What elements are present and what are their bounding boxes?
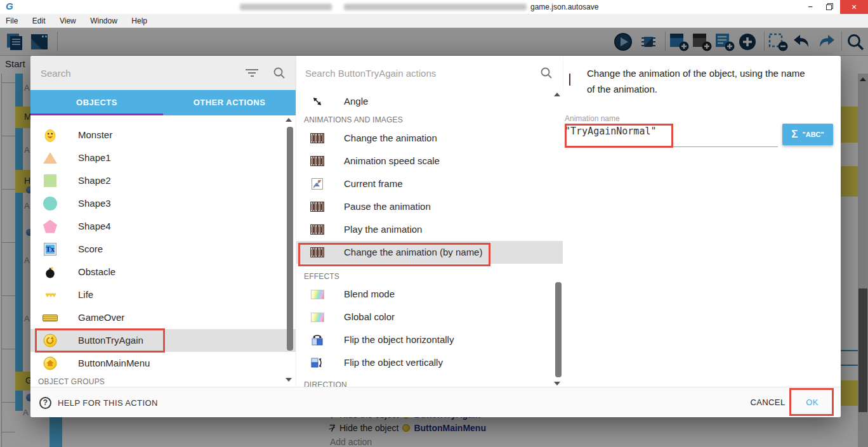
object-label: Shape1 — [78, 146, 111, 169]
list-item-obstacle[interactable]: Obstacle — [30, 261, 296, 283]
gdevelop-logo-icon: G — [6, 1, 13, 11]
film-strip-icon — [310, 150, 325, 172]
action-label: Pause the animation — [344, 195, 431, 218]
tab-objects[interactable]: OBJECTS — [30, 90, 163, 115]
hearts-icon: ♥♥♥ — [42, 283, 58, 306]
window-title-redacted — [344, 4, 527, 10]
action-search-input[interactable] — [305, 65, 515, 81]
ok-button[interactable]: OK — [792, 387, 832, 418]
scroll-up-arrow-icon[interactable] — [554, 93, 560, 96]
action-label: Change the animation — [344, 127, 437, 150]
object-list: Monster Shape1 Shape2 Shape3 Shape4 — [30, 115, 296, 387]
list-item-shape1[interactable]: Shape1 — [30, 146, 296, 169]
action-item-pause-animation[interactable]: Pause the animation — [296, 195, 563, 218]
action-label: Flip the object vertically — [344, 351, 443, 374]
menu-bar: File Edit View Window Help — [0, 14, 868, 28]
action-item-flip-horizontally[interactable]: Flip the object horizontally — [296, 328, 563, 351]
section-direction: DIRECTION — [304, 380, 347, 387]
object-search-bar — [30, 56, 296, 90]
action-item-change-animation[interactable]: Change the animation — [296, 127, 563, 150]
search-icon — [273, 67, 286, 79]
object-label: Obstacle — [78, 261, 115, 283]
list-item-life[interactable]: ♥♥♥ Life — [30, 283, 296, 306]
action-label: Play the animation — [344, 218, 422, 241]
action-item-animation-speed[interactable]: Animation speed scale — [296, 150, 563, 172]
close-button[interactable]: ✕ — [840, 0, 868, 14]
action-item-flip-vertically[interactable]: Flip the object vertically — [296, 351, 563, 374]
action-item-play-animation[interactable]: Play the animation — [296, 218, 563, 241]
bomb-icon — [42, 261, 58, 283]
object-label: Shape2 — [78, 169, 111, 192]
action-parameters-panel: Change the animation of the object, usin… — [562, 56, 841, 387]
search-icon — [540, 67, 553, 79]
object-label: GameOver — [78, 306, 124, 329]
dialog-footer: ? HELP FOR THIS ACTION CANCEL OK — [30, 387, 841, 417]
action-label: Flip the object horizontally — [344, 328, 454, 351]
action-label: Change the animation (by name) — [344, 241, 482, 264]
rainbow-icon — [310, 283, 325, 306]
scroll-up-arrow-icon[interactable] — [286, 118, 292, 122]
menu-help[interactable]: Help — [126, 14, 153, 28]
triangle-icon — [42, 146, 58, 169]
title-bar: G game.json.autosave – ✕ — [0, 0, 868, 14]
object-label: Score — [78, 238, 103, 261]
filter-icon[interactable] — [245, 69, 259, 79]
flip-horizontal-icon — [310, 328, 325, 351]
action-list-scrollbar-thumb[interactable] — [555, 282, 562, 377]
square-icon — [42, 169, 58, 192]
list-item-gameover[interactable]: GameOver — [30, 306, 296, 329]
action-label: Global color — [344, 306, 395, 328]
film-strip-icon — [310, 195, 325, 218]
tab-other-actions[interactable]: OTHER ACTIONS — [163, 90, 296, 115]
help-button[interactable]: ? HELP FOR THIS ACTION — [39, 387, 158, 418]
minimize-button[interactable]: – — [801, 0, 820, 14]
action-search-bar — [296, 56, 563, 90]
animation-name-label: Animation name — [565, 114, 620, 123]
menu-edit[interactable]: Edit — [27, 14, 51, 28]
action-item-global-color[interactable]: Global color — [296, 306, 563, 328]
panel-tabs: OBJECTS OTHER ACTIONS — [30, 90, 296, 115]
list-item-buttonmainmenu[interactable]: ButtonMainMenu — [30, 352, 296, 375]
menu-view[interactable]: View — [54, 14, 82, 28]
action-item-angle[interactable]: Angle — [296, 90, 563, 113]
window-title-redacted — [240, 4, 332, 10]
pentagon-icon — [42, 215, 58, 238]
list-item-shape3[interactable]: Shape3 — [30, 192, 296, 215]
object-label: ButtonMainMenu — [78, 352, 150, 375]
input-underline — [565, 146, 778, 147]
menu-file[interactable]: File — [0, 14, 23, 28]
film-strip-icon — [310, 218, 325, 241]
object-label: Shape4 — [78, 215, 111, 238]
objects-panel: OBJECTS OTHER ACTIONS Monster Shape1 Sha… — [30, 56, 296, 387]
object-groups-header: OBJECT GROUPS — [38, 377, 105, 386]
list-item-monster[interactable]: Monster — [30, 124, 296, 146]
expression-button-label: "ABC" — [802, 131, 824, 138]
question-mark-icon: ? — [39, 397, 51, 409]
action-item-change-animation-by-name[interactable]: Change the animation (by name) — [296, 241, 563, 264]
object-list-scrollbar-thumb[interactable] — [287, 127, 293, 351]
animation-name-input[interactable] — [565, 126, 774, 137]
scroll-down-arrow-icon[interactable] — [554, 382, 560, 385]
action-item-current-frame[interactable]: Current frame — [296, 172, 563, 195]
text-object-icon: Tx — [42, 238, 58, 261]
film-strip-icon — [569, 74, 570, 86]
cancel-button[interactable]: CANCEL — [741, 387, 794, 418]
list-item-score[interactable]: Tx Score — [30, 238, 296, 261]
action-description: Change the animation of the object, usin… — [587, 65, 813, 97]
maximize-button[interactable] — [820, 0, 839, 14]
scroll-down-arrow-icon[interactable] — [286, 378, 292, 382]
action-item-blend-mode[interactable]: Blend mode — [296, 283, 563, 306]
object-label: Life — [78, 283, 93, 306]
list-item-buttontryagain[interactable]: ButtonTryAgain — [30, 329, 296, 352]
window-title: game.json.autosave — [530, 0, 598, 14]
home-button-icon — [42, 352, 58, 375]
section-animations-and-images: ANIMATIONS AND IMAGES — [304, 115, 403, 124]
menu-window[interactable]: Window — [84, 14, 123, 28]
list-item-shape4[interactable]: Shape4 — [30, 215, 296, 238]
object-search-input[interactable] — [41, 65, 231, 81]
expression-editor-button[interactable]: Σ "ABC" — [782, 124, 833, 145]
object-label: Shape3 — [78, 192, 111, 215]
list-item-shape2[interactable]: Shape2 — [30, 169, 296, 192]
restore-icon — [826, 3, 833, 10]
action-label: Animation speed scale — [344, 150, 440, 172]
